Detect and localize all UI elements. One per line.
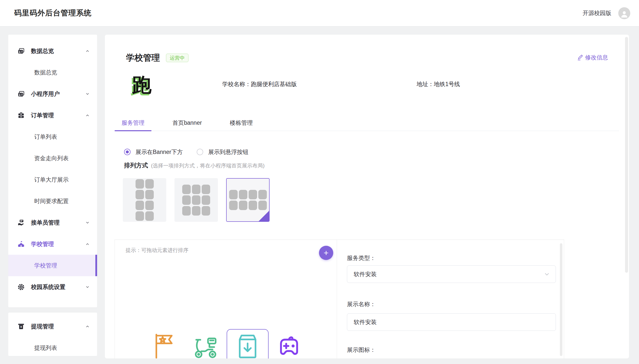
tab-bar: 服务管理 首页banner 楼栋管理 [115, 115, 619, 131]
select-chevron-down-icon [544, 272, 550, 277]
radio-selected-icon [124, 149, 131, 155]
chevron-up-icon [85, 324, 90, 328]
grid-3x3-preview [182, 184, 210, 216]
sidebar-group-miniprogram-users[interactable]: 小程序用户 [8, 83, 97, 104]
user-avatar[interactable] [618, 7, 630, 19]
display-icon-label: 展示图标： [347, 346, 376, 354]
chevron-down-icon [85, 220, 90, 225]
chevron-down-icon [85, 285, 90, 289]
school-name-text: 学校名称：跑腿便利店基础版 [222, 80, 297, 88]
school-building-icon [18, 241, 25, 248]
sidebar-group-withdraw-management[interactable]: ¥ 提现管理 [8, 316, 97, 337]
chevron-up-icon [85, 242, 90, 246]
display-name-label: 展示名称： [347, 300, 376, 308]
add-service-button[interactable]: + [319, 246, 333, 260]
chevron-up-icon [85, 113, 90, 118]
edit-info-link[interactable]: 修改信息 [577, 54, 608, 61]
school-address-text: 地址：地铁1号线 [417, 80, 460, 88]
sidebar-item-withdraw-list[interactable]: 提现列表 [8, 337, 97, 356]
drag-sort-hint: 提示：可拖动元素进行排序 [126, 247, 189, 254]
gear-icon [18, 284, 25, 290]
pencil-icon [577, 55, 583, 61]
page-scrollbar[interactable] [625, 37, 628, 273]
hand-card-icon [18, 219, 25, 226]
arrange-mode-hint: (选择一项排列方式，将在小程序端首页展示布局) [151, 162, 265, 169]
sidebar-item-order-list[interactable]: 订单列表 [8, 126, 97, 148]
radio-unselected-icon [197, 149, 203, 155]
layout-option-group [123, 178, 270, 222]
sidebar-group-school-management[interactable]: 学校管理 [8, 233, 97, 255]
sidebar-item-fund-flow-list[interactable]: 资金走向列表 [8, 148, 97, 169]
main-content-card: 学校管理 运营中 修改信息 跑 学校名称：跑腿便利店基础版 地址：地铁1号线 服… [105, 35, 629, 358]
radio-show-under-banner[interactable]: 展示在Banner下方 [124, 148, 183, 156]
sidebar-item-order-hall-display[interactable]: 订单大厅展示 [8, 169, 97, 190]
app-title: 码里码外后台管理系统 [14, 8, 92, 18]
sidebar-group-courier-management[interactable]: 接单员管理 [8, 212, 97, 233]
delivery-scooter-icon[interactable] [193, 336, 218, 358]
layout-option-grid-2x4[interactable] [123, 178, 166, 222]
orders-case-icon [18, 112, 25, 119]
chevron-up-icon [85, 49, 90, 53]
sidebar-withdraw-card: ¥ 提现管理 提现列表 [8, 312, 97, 356]
tab-home-banner[interactable]: 首页banner [166, 115, 209, 131]
arrange-mode-title: 排列方式 [124, 162, 148, 170]
tab-building-management[interactable]: 楼栋管理 [223, 115, 260, 131]
grid-2x4-preview [136, 179, 154, 221]
flag-star-icon[interactable] [154, 334, 176, 358]
page-title: 学校管理 [126, 52, 160, 64]
install-box-icon [236, 332, 259, 358]
layout-option-grid-3x3[interactable] [175, 178, 218, 222]
sidebar-group-order-management[interactable]: 订单管理 [8, 104, 97, 126]
withdraw-terminal-icon: ¥ [18, 323, 25, 330]
sidebar-item-school-management[interactable]: 学校管理 [8, 255, 97, 276]
id-card-icon [18, 90, 25, 97]
service-sort-panel: 提示：可拖动元素进行排序 + [115, 240, 337, 358]
sidebar-item-time-requirement-config[interactable]: 时间要求配置 [8, 190, 97, 212]
id-card-icon [18, 48, 25, 54]
radio-show-floating-button[interactable]: 展示到悬浮按钮 [197, 148, 248, 156]
sidebar-item-data-overview[interactable]: 数据总览 [8, 62, 97, 83]
grid-4x2-preview [229, 190, 267, 210]
game-controller-icon[interactable] [277, 334, 302, 358]
chevron-down-icon [85, 92, 90, 96]
edition-label: 开源校园版 [582, 9, 611, 17]
sidebar-group-campus-settings[interactable]: 校园系统设置 [8, 276, 97, 298]
sidebar: 数据总览 数据总览 小程序用户 订单管理 订单列表 资金走向列表 订单大厅展示 … [8, 35, 97, 307]
service-editor-section: 提示：可拖动元素进行排序 + [115, 240, 564, 358]
service-detail-form: 服务类型： 软件安装 展示名称： 展示图标： [337, 240, 564, 358]
status-badge: 运营中 [166, 54, 189, 62]
svg-text:¥: ¥ [20, 325, 22, 328]
form-scrollbar[interactable] [560, 243, 562, 356]
service-type-label: 服务类型： [347, 254, 376, 262]
app-header: 码里码外后台管理系统 开源校园版 [0, 0, 639, 26]
display-name-input[interactable] [347, 313, 556, 331]
display-option-group: 展示在Banner下方 展示到悬浮按钮 [124, 146, 248, 158]
layout-option-grid-4x2-selected[interactable] [226, 178, 270, 222]
school-logo: 跑 [131, 74, 153, 96]
install-box-selected-wrapper[interactable] [227, 329, 269, 358]
tab-service-management[interactable]: 服务管理 [115, 115, 152, 131]
user-avatar-icon [620, 10, 628, 18]
service-type-select[interactable]: 软件安装 [347, 266, 556, 283]
sidebar-group-data-overview[interactable]: 数据总览 [8, 40, 97, 62]
